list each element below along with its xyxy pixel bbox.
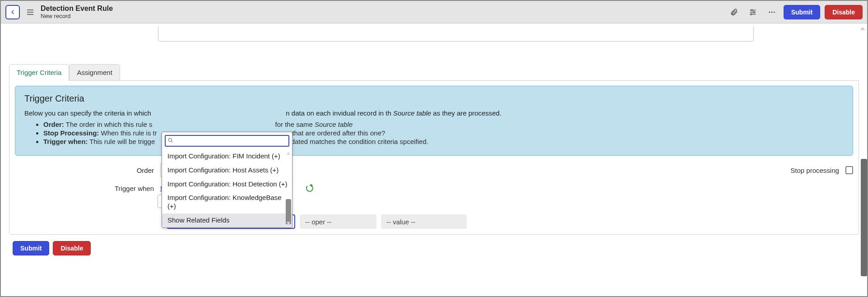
label-order: Order [15, 167, 160, 174]
info-li-stop-pre: When this rule is tr [99, 129, 157, 137]
dropdown-scrollbar[interactable] [286, 199, 291, 224]
info-li-trigger-post: Updated matches the condition criteria s… [280, 138, 428, 145]
field-option[interactable]: Import Configuration: Host Detection (+) [162, 177, 292, 191]
tab-trigger-criteria[interactable]: Trigger Criteria [9, 64, 69, 81]
header-title: Detection Event Rule [41, 4, 113, 13]
bottom-action-bar: Submit Disable [9, 235, 859, 259]
drag-handle-icon[interactable] [24, 9, 36, 15]
submit-button-bottom[interactable]: Submit [13, 241, 49, 255]
info-li-trigger-pre: This rule will be trigge [88, 138, 155, 145]
info-intro: Below you can specify the criteria in wh… [24, 109, 844, 117]
submit-button[interactable]: Submit [784, 5, 820, 19]
label-trigger-when: Trigger when [15, 185, 160, 192]
more-options-button[interactable] [765, 5, 779, 19]
tab-assignment[interactable]: Assignment [69, 64, 120, 80]
svg-line-10 [172, 141, 173, 143]
tabstrip: Trigger Criteria Assignment [9, 64, 859, 81]
info-intro-em: Source table [393, 109, 431, 117]
info-li-trigger-label: Trigger when: [43, 138, 88, 145]
vertical-scrollbar[interactable] [861, 159, 867, 276]
info-li-order-mid: for the same [275, 121, 315, 128]
svg-point-5 [750, 14, 752, 15]
paperclip-icon [730, 8, 738, 16]
field-option[interactable]: Import Configuration: Host Assets (+) [162, 163, 292, 177]
info-li-stop-label: Stop Processing: [43, 129, 99, 137]
value-input[interactable]: -- value -- [381, 214, 467, 229]
svg-point-7 [771, 11, 772, 13]
info-li-stop-post: s that are ordered after this one? [287, 129, 385, 137]
info-intro-pre: Below you can specify the criteria in wh… [24, 109, 151, 117]
svg-point-1 [751, 9, 752, 11]
chevron-left-icon [9, 9, 16, 15]
info-list: Order: The order in which this rule sfor… [24, 121, 844, 145]
field-option-list: Import Configuration: FIM Incident (+) I… [162, 149, 292, 227]
field-picker-dropdown: Import Configuration: FIM Incident (+) I… [162, 132, 292, 228]
row-trigger-when: Trigger when N [15, 184, 853, 193]
svg-point-9 [168, 138, 172, 141]
label-stop-processing: Stop processing [434, 167, 845, 174]
info-intro-post-em: as they are processed. [431, 109, 501, 117]
header-title-block: Detection Event Rule New record [41, 4, 113, 20]
info-li-order-em: Source table [315, 121, 353, 128]
search-icon [167, 137, 174, 144]
disable-button[interactable]: Disable [825, 5, 863, 19]
operator-select[interactable]: -- oper -- [300, 214, 376, 229]
info-li-order: Order: The order in which this rule sfor… [43, 121, 844, 128]
info-li-order-label: Order: [43, 121, 64, 128]
personalize-form-button[interactable] [746, 5, 760, 19]
svg-point-8 [773, 11, 775, 13]
info-heading: Trigger Criteria [24, 93, 844, 104]
info-li-order-pre: The order in which this rule s [64, 121, 153, 128]
back-button[interactable] [5, 5, 20, 19]
tab-panel-trigger-criteria: Trigger Criteria Below you can specify t… [9, 80, 859, 235]
form-body: Trigger Criteria Assignment Trigger Crit… [1, 23, 867, 295]
svg-point-3 [753, 11, 754, 13]
stop-processing-checkbox[interactable] [845, 166, 853, 174]
previous-section-textarea[interactable] [158, 26, 754, 42]
attachments-button[interactable] [727, 5, 741, 19]
field-option[interactable]: Import Configuration: FIM Incident (+) [162, 149, 292, 163]
field-option-show-related[interactable]: Show Related Fields [162, 213, 292, 227]
info-intro-post-pre: n data on each invidual record in th [286, 109, 393, 117]
row-order-stop: Order Stop processing [15, 163, 853, 177]
svg-point-6 [769, 11, 770, 13]
header-subtitle: New record [41, 13, 113, 20]
field-option[interactable]: Import Configuration: KnowledgeBase (+) [162, 191, 292, 213]
info-callout: Trigger Criteria Below you can specify t… [15, 86, 853, 156]
disable-button-bottom[interactable]: Disable [53, 241, 91, 255]
field-search-input[interactable] [165, 135, 289, 147]
form-header: Detection Event Rule New record Submit D… [1, 1, 867, 23]
sliders-icon [749, 8, 757, 16]
refresh-icon[interactable] [305, 184, 314, 193]
dots-horizontal-icon [768, 8, 776, 16]
